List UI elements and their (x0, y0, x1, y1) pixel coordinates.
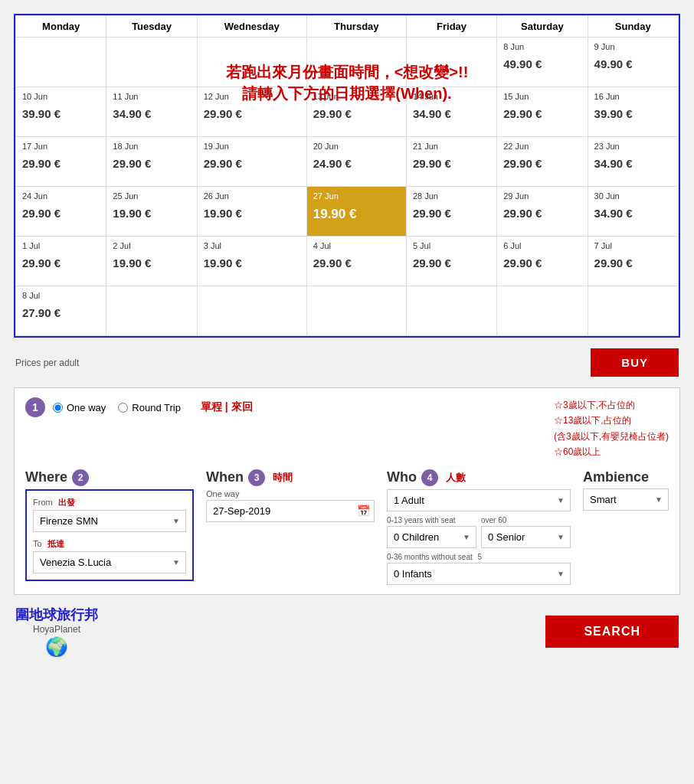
cell-price: 29.90 € (22, 207, 100, 220)
calendar-cell[interactable]: 29 Jun29.90 € (497, 187, 588, 237)
calendar-cell (16, 38, 106, 87)
calendar-cell[interactable]: 3 Jul19.90 € (197, 237, 306, 286)
calendar-cell[interactable]: 16 Jun39.90 € (588, 87, 678, 137)
children-select[interactable]: 0 Children (387, 526, 476, 548)
calendar-cell[interactable]: 11 Jun34.90 € (106, 87, 197, 137)
to-label-wrapper: To 抵達 (33, 538, 186, 550)
footer-row: 圍地球旅行邦 HoyaPlanet 🌍 SEARCH (14, 603, 680, 661)
calendar-cell[interactable]: 22 Jun29.90 € (497, 137, 588, 187)
calendar-cell[interactable]: 24 Jun29.90 € (16, 187, 106, 237)
calendar-cell[interactable]: 20 Jun24.90 € (306, 137, 406, 187)
cell-date: 26 Jun (204, 191, 300, 201)
calendar-cell[interactable]: 14 Jun34.90 € (406, 87, 496, 137)
infants-sub-label: 0-36 months without seat (387, 553, 473, 561)
calendar-cell[interactable]: 18 Jun29.90 € (106, 137, 197, 187)
when-label: When 3 時間 (206, 469, 375, 486)
watermark-icon: 🌍 (45, 636, 68, 658)
calendar-row: 10 Jun39.90 €11 Jun34.90 €12 Jun29.90 €1… (16, 87, 679, 137)
calendar-cell[interactable]: 26 Jun19.90 € (197, 187, 306, 237)
ambience-label-text: Ambience (583, 469, 649, 485)
one-way-option[interactable]: One way (53, 402, 106, 413)
calendar-cell[interactable]: 4 Jul29.90 € (306, 237, 406, 286)
adult-select-wrapper: 1 Adult ▼ (387, 489, 571, 511)
buy-button[interactable]: BUY (591, 348, 679, 377)
calendar-cell[interactable]: 7 Jul29.90 € (588, 237, 678, 286)
calendar-header-cell: Tuesday (106, 16, 197, 38)
calendar-cell[interactable]: 28 Jun29.90 € (406, 187, 496, 237)
trip-type-left: 1 One way Round Trip 單程 | 來回 (25, 397, 253, 417)
calendar-cell[interactable]: 19 Jun29.90 € (197, 137, 306, 187)
to-select[interactable]: Venezia S.Lucia (33, 551, 186, 573)
who-sub-grid: 0-13 years with seat 0 Children ▼ over 6… (387, 516, 571, 548)
note-line2: ☆13歲以下,占位的 (554, 413, 669, 428)
cell-price: 27.90 € (22, 306, 100, 319)
calendar-cell[interactable]: 6 Jul29.90 € (497, 237, 588, 286)
note-line3: (含3歲以下,有嬰兒椅占位者) (554, 429, 669, 444)
one-way-radio[interactable] (53, 403, 63, 413)
calendar-cell[interactable]: 9 Jun49.90 € (588, 38, 678, 87)
calendar-cell[interactable]: 8 Jun49.90 € (497, 38, 588, 87)
children-group: 0-13 years with seat 0 Children ▼ (387, 516, 476, 548)
cell-date: 5 Jul (413, 241, 490, 250)
date-input[interactable] (206, 500, 375, 522)
cell-date: 16 Jun (594, 92, 672, 101)
watermark: 圍地球旅行邦 HoyaPlanet 🌍 (15, 606, 98, 658)
calendar-cell[interactable]: 13 Jun29.90 € (306, 87, 406, 137)
calendar-row: 8 Jul27.90 € (16, 286, 679, 336)
cell-date: 3 Jul (204, 241, 300, 250)
calendar-cell[interactable]: 17 Jun29.90 € (16, 137, 106, 187)
cell-price: 19.90 € (313, 207, 400, 222)
calendar-cell[interactable]: 1 Jul29.90 € (16, 237, 106, 286)
calendar-cell[interactable]: 2 Jul19.90 € (106, 237, 197, 286)
calendar-cell[interactable]: 21 Jun29.90 € (406, 137, 496, 187)
when-group: When 3 時間 One way 📅 (206, 469, 375, 522)
from-label-red: 出發 (58, 498, 75, 507)
cell-price: 49.90 € (594, 57, 672, 70)
cell-date: 4 Jul (313, 241, 400, 250)
cell-price: 29.90 € (204, 157, 300, 170)
cell-date: 8 Jul (22, 291, 100, 300)
notes-section: ☆3歲以下,不占位的 ☆13歲以下,占位的 (含3歲以下,有嬰兒椅占位者) ☆6… (554, 397, 669, 460)
calendar-cell[interactable]: 25 Jun19.90 € (106, 187, 197, 237)
cell-date: 29 Jun (503, 191, 581, 201)
cell-price: 19.90 € (204, 207, 300, 220)
infants-select[interactable]: 0 Infants (387, 563, 571, 585)
calendar-wrapper: MondayTuesdayWednesdayThursdayFridaySatu… (14, 14, 680, 338)
infants-select-wrapper: 0 Infants ▼ (387, 563, 571, 585)
calendar-cell[interactable]: 5 Jul29.90 € (406, 237, 496, 286)
calendar-cell[interactable]: 23 Jun34.90 € (588, 137, 678, 187)
senior-select[interactable]: 0 Senior (481, 526, 571, 548)
round-trip-option[interactable]: Round Trip (118, 402, 181, 413)
cell-price: 29.90 € (413, 256, 490, 270)
ambience-select[interactable]: Smart (583, 488, 669, 511)
calendar-cell[interactable]: 30 Jun34.90 € (588, 187, 678, 237)
cell-price: 29.90 € (503, 107, 581, 120)
calendar-cell (306, 286, 406, 336)
search-button[interactable]: SEARCH (545, 616, 679, 648)
who-group: Who 4 人數 1 Adult ▼ 0-13 years with seat (387, 469, 571, 586)
calendar-cell[interactable]: 27 Jun19.90 € (306, 187, 406, 237)
from-select[interactable]: Firenze SMN (33, 510, 186, 532)
calendar-cell (306, 38, 406, 87)
cell-price: 19.90 € (204, 256, 300, 270)
calendar-cell[interactable]: 15 Jun29.90 € (497, 87, 588, 137)
calendar-cell[interactable]: 10 Jun39.90 € (16, 87, 106, 137)
cell-date: 30 Jun (594, 191, 672, 201)
cell-date: 20 Jun (313, 142, 400, 151)
calendar-cell[interactable]: 8 Jul27.90 € (16, 286, 106, 336)
calendar-cell (197, 286, 306, 336)
round-trip-radio[interactable] (118, 403, 128, 413)
where-group: Where 2 From 出發 Firenze SMN ▼ (25, 469, 194, 581)
where-label: Where 2 (25, 469, 194, 486)
cell-date: 14 Jun (413, 92, 490, 101)
to-label: To (33, 539, 42, 548)
cell-price: 29.90 € (22, 256, 100, 270)
ambience-label: Ambience (583, 469, 669, 485)
cell-price: 34.90 € (113, 107, 190, 120)
calendar-cell[interactable]: 12 Jun29.90 € (197, 87, 306, 137)
adult-select[interactable]: 1 Adult (387, 489, 571, 511)
note-line4: ☆60歲以上 (554, 444, 669, 459)
calendar-header-cell: Friday (406, 16, 496, 38)
cell-date: 19 Jun (204, 142, 300, 151)
ambience-select-wrapper: Smart ▼ (583, 488, 669, 511)
